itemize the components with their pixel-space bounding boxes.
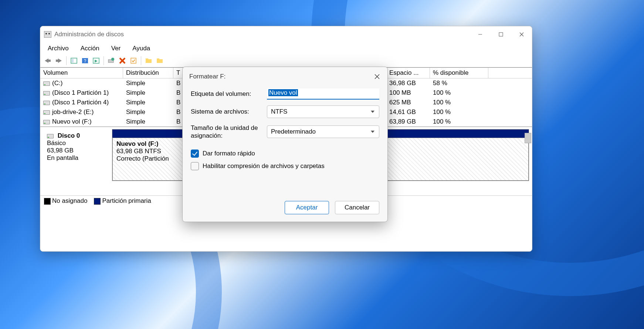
label-volume-label: Etiqueta del volumen: bbox=[191, 90, 267, 98]
scrollbar-thumb[interactable] bbox=[525, 133, 531, 143]
cancel-button[interactable]: Cancelar bbox=[335, 201, 379, 214]
checkbox-quick-format-label: Dar formato rápido bbox=[203, 150, 255, 157]
svg-rect-7 bbox=[72, 59, 74, 63]
checkbox-compression[interactable]: Habilitar compresión de archivos y carpe… bbox=[191, 162, 379, 170]
svg-marker-5 bbox=[56, 58, 62, 63]
properties-icon[interactable] bbox=[128, 56, 139, 66]
minimize-button[interactable] bbox=[470, 26, 491, 43]
label-file-system: Sistema de archivos: bbox=[191, 108, 267, 115]
legend-primary: Partición primaria bbox=[102, 197, 151, 204]
legend-swatch-primary bbox=[94, 198, 101, 205]
svg-point-13 bbox=[111, 58, 114, 61]
disk-icon bbox=[43, 81, 50, 86]
svg-text:?: ? bbox=[84, 58, 87, 64]
back-button[interactable] bbox=[43, 56, 53, 66]
svg-marker-11 bbox=[95, 60, 98, 63]
dialog-title: Formatear F: bbox=[189, 73, 226, 80]
checkbox-quick-format[interactable]: Dar formato rápido bbox=[191, 150, 379, 158]
disk-type: Básico bbox=[47, 140, 66, 147]
menu-action[interactable]: Acción bbox=[78, 44, 102, 53]
disk-icon bbox=[43, 91, 50, 95]
delete-icon[interactable] bbox=[117, 56, 128, 66]
forward-button[interactable] bbox=[54, 56, 64, 66]
menu-help[interactable]: Ayuda bbox=[130, 44, 152, 53]
ok-button[interactable]: Aceptar bbox=[285, 201, 329, 214]
menu-file[interactable]: Archivo bbox=[45, 44, 71, 53]
select-file-system[interactable]: NTFS bbox=[267, 105, 379, 118]
partition-title: Nuevo vol (F:) bbox=[116, 140, 158, 147]
svg-rect-18 bbox=[146, 58, 148, 60]
disk-info[interactable]: Disco 0 Básico 63,98 GB En pantalla bbox=[43, 129, 112, 181]
disk-status: En pantalla bbox=[47, 154, 78, 161]
label-allocation-size: Tamaño de la unidad de asignación: bbox=[191, 124, 267, 140]
maximize-button[interactable] bbox=[491, 26, 511, 43]
col-space[interactable]: Espacio ... bbox=[386, 68, 430, 78]
disk-icon bbox=[43, 101, 50, 105]
select-allocation-size[interactable]: Predeterminado bbox=[267, 125, 379, 138]
svg-rect-20 bbox=[157, 58, 159, 60]
svg-marker-4 bbox=[45, 58, 51, 63]
toolbar: ? bbox=[40, 55, 532, 67]
svg-rect-17 bbox=[146, 59, 152, 63]
partition-status: Correcto (Partición bbox=[116, 155, 169, 162]
app-icon bbox=[44, 31, 51, 38]
menu-view[interactable]: Ver bbox=[109, 44, 123, 53]
toolbar-icon-3[interactable] bbox=[91, 56, 101, 66]
svg-rect-1 bbox=[499, 33, 503, 36]
col-distribution[interactable]: Distribución bbox=[123, 68, 173, 78]
disk-icon bbox=[43, 120, 50, 124]
toolbar-icon-1[interactable] bbox=[69, 56, 79, 66]
input-volume-label[interactable]: Nuevo vol bbox=[267, 88, 379, 100]
checkbox-compression-box bbox=[191, 162, 199, 170]
checkbox-quick-format-box bbox=[191, 150, 199, 158]
toolbar-refresh-icon[interactable] bbox=[106, 56, 116, 66]
legend-unallocated: No asignado bbox=[52, 197, 87, 204]
dialog-close-button[interactable] bbox=[370, 71, 384, 83]
titlebar: Administración de discos bbox=[40, 26, 532, 43]
disk-size: 63,98 GB bbox=[47, 147, 74, 154]
legend-swatch-unallocated bbox=[44, 198, 51, 205]
disk-name: Disco 0 bbox=[58, 132, 80, 139]
checkbox-compression-label: Habilitar compresión de archivos y carpe… bbox=[203, 162, 325, 170]
svg-rect-16 bbox=[131, 58, 136, 63]
col-volume[interactable]: Volumen bbox=[40, 68, 123, 78]
disk-icon bbox=[47, 134, 54, 138]
toolbar-folder-2[interactable] bbox=[155, 56, 165, 66]
menubar: Archivo Acción Ver Ayuda bbox=[40, 43, 532, 55]
partition-size: 63,98 GB NTFS bbox=[116, 148, 161, 155]
svg-rect-19 bbox=[157, 59, 163, 63]
help-icon[interactable]: ? bbox=[80, 56, 90, 66]
window-title: Administración de discos bbox=[54, 31, 124, 38]
close-button[interactable] bbox=[511, 26, 532, 43]
disk-icon bbox=[43, 110, 50, 115]
col-pct[interactable]: % disponible bbox=[430, 68, 488, 78]
toolbar-folder-1[interactable] bbox=[143, 56, 154, 66]
format-dialog: Formatear F: Etiqueta del volumen: Nuevo… bbox=[182, 67, 388, 222]
